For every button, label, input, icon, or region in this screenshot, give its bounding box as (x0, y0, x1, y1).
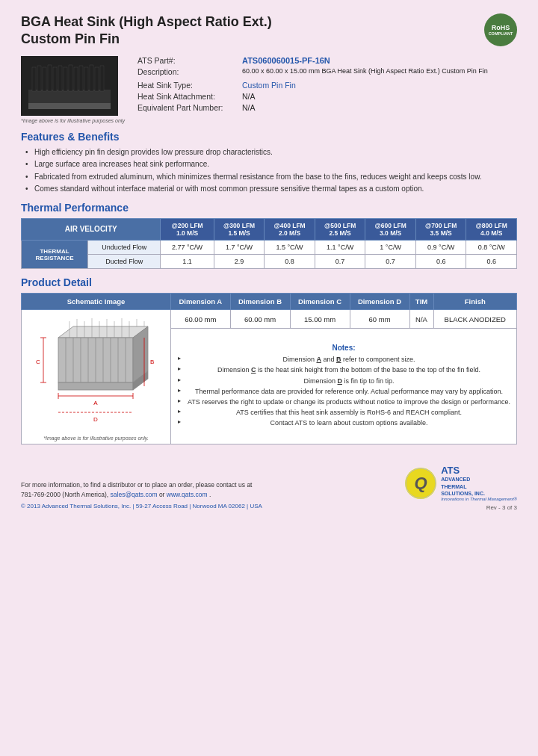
footer-line1: For more information, to find a distribu… (21, 480, 262, 490)
finish-value: BLACK ANODIZED (433, 310, 516, 329)
lfm-col-6: @700 LFM 3.5 M/S (415, 218, 466, 240)
part-number-value: ATS060060015-PF-16N (242, 56, 330, 65)
lfm-col-7: @800 LFM 4.0 M/S (466, 218, 517, 240)
part-number-row: ATS Part#: ATS060060015-PF-16N (137, 56, 517, 65)
schematic-header: Schematic Image (22, 294, 171, 310)
ats-brand: ATS (441, 465, 517, 476)
tim-header: TIM (409, 294, 433, 310)
ats-sub2: THERMAL (441, 483, 517, 490)
description-row: Description: 60.00 x 60.00 x 15.00 mm BG… (137, 67, 517, 76)
svg-rect-14 (100, 66, 104, 91)
ats-logo: Q ATS ADVANCED THERMAL SOLUTIONS, INC. I… (405, 465, 517, 501)
svg-rect-5 (53, 67, 57, 91)
svg-rect-13 (95, 67, 99, 91)
svg-rect-2 (37, 66, 41, 91)
page-title: BGA Heat Sink (High Aspect Ratio Ext.) C… (21, 13, 272, 49)
product-image-area: *Image above is for illustrative purpose… (21, 56, 126, 123)
dim-c-header: Dimension C (290, 294, 350, 310)
unducted-val-5: 1 °C/W (365, 241, 416, 255)
notes-list: Dimension A and B refer to component siz… (175, 355, 513, 427)
features-list: High efficiency pin fin design provides … (21, 147, 517, 194)
note-5: ATS reserves the right to update or chan… (178, 397, 513, 406)
footer-email[interactable]: sales@qats.com (111, 491, 158, 498)
thermal-performance-table: AIR VELOCITY @200 LFM 1.0 M/S @300 LFM 1… (21, 218, 517, 269)
rohs-compliant: COMPLIANT (489, 31, 513, 36)
svg-rect-6 (58, 66, 62, 91)
equivalent-part-row: Equivalent Part Number: N/A (137, 103, 517, 112)
dim-a-value: 60.00 mm (171, 310, 231, 329)
feature-item-2: Large surface area increases heat sink p… (25, 159, 517, 170)
ats-sub1: ADVANCED (441, 476, 517, 483)
note-3: Dimension D is fin tip to fin tip. (178, 377, 513, 385)
svg-rect-3 (43, 67, 46, 91)
lfm-col-3: @400 LFM 2.0 M/S (265, 218, 315, 240)
product-detail-table: Schematic Image Dimension A Dimension B … (21, 293, 517, 444)
rohs-text: RoHS (492, 24, 510, 31)
ducted-val-6: 0.6 (415, 255, 466, 269)
notes-cell: Notes: Dimension A and B refer to compon… (171, 329, 517, 444)
note-7: Contact ATS to learn about custom option… (178, 418, 513, 427)
schematic-caption: *Image above is for illustrative purpose… (25, 436, 167, 441)
lfm-col-4: @500 LFM 2.5 M/S (315, 218, 365, 240)
note-1: Dimension A and B refer to component siz… (178, 355, 513, 364)
heat-sink-type-row: Heat Sink Type: Custom Pin Fin (137, 81, 517, 90)
svg-rect-4 (48, 65, 52, 91)
thermal-resistance-label: THERMAL RESISTANCE (22, 241, 88, 269)
dim-b-header: Dimension B (230, 294, 290, 310)
svg-text:Q: Q (415, 474, 427, 492)
unducted-val-1: 2.77 °C/W (161, 241, 214, 255)
footer-website[interactable]: www.qats.com (167, 491, 208, 498)
svg-rect-11 (84, 67, 88, 91)
footer-line2: 781-769-2000 (North America), sales@qats… (21, 490, 262, 500)
lfm-col-2: @300 LFM 1.5 M/S (214, 218, 265, 240)
dim-d-header: Dimension D (350, 294, 409, 310)
dim-c-value: 15.00 mm (290, 310, 350, 329)
svg-text:B: B (150, 359, 154, 365)
unducted-flow-row: THERMAL RESISTANCE Unducted Flow 2.77 °C… (22, 241, 517, 255)
dim-a-header: Dimension A (171, 294, 231, 310)
ats-logo-q: Q (405, 468, 436, 499)
heat-sink-attachment-row: Heat Sink Attachment: N/A (137, 92, 517, 101)
page-footer: For more information, to find a distribu… (21, 459, 517, 511)
footer-or: or (159, 491, 167, 498)
lfm-col-1: @200 LFM 1.0 M/S (161, 218, 214, 240)
feature-item-4: Comes standard without interface materia… (25, 184, 517, 194)
product-image-box (21, 56, 118, 116)
feature-item-3: Fabricated from extruded aluminum, which… (25, 172, 517, 182)
page-header: BGA Heat Sink (High Aspect Ratio Ext.) C… (21, 13, 517, 49)
footer-contact: For more information, to find a distribu… (21, 480, 262, 511)
lfm-col-5: @600 LFM 3.0 M/S (365, 218, 416, 240)
ducted-flow-row: Ducted Flow 1.1 2.9 0.8 0.7 0.7 0.6 0.6 (22, 255, 517, 269)
schematic-image-box: A B C D (25, 313, 167, 433)
svg-rect-1 (32, 67, 36, 91)
note-4: Thermal performance data are provided fo… (178, 387, 513, 396)
feature-item-1: High efficiency pin fin design provides … (25, 147, 517, 158)
heat-sink-type-label: Heat Sink Type: (137, 81, 242, 90)
footer-copyright: © 2013 Advanced Thermal Solutions, Inc. … (21, 502, 262, 511)
schematic-svg: A B C D (28, 315, 163, 431)
dim-d-value: 60 mm (350, 310, 409, 329)
heat-sink-attachment-value: N/A (242, 92, 256, 101)
svg-text:A: A (93, 400, 98, 406)
thermal-performance-title: Thermal Performance (21, 202, 517, 214)
note-6: ATS certifies that this heat sink assemb… (178, 408, 513, 417)
unducted-val-4: 1.1 °C/W (315, 241, 365, 255)
page: BGA Heat Sink (High Aspect Ratio Ext.) C… (0, 0, 538, 756)
ducted-flow-label: Ducted Flow (88, 255, 161, 269)
page-number: Rev - 3 of 3 (486, 504, 517, 511)
dimensions-row: A B C D (22, 310, 517, 329)
svg-rect-8 (69, 65, 72, 91)
footer-phone: 781-769-2000 (North America), (21, 491, 108, 498)
note-2: Dimension C is the heat sink height from… (178, 365, 513, 374)
ducted-val-2: 2.9 (214, 255, 265, 269)
ducted-val-5: 0.7 (365, 255, 416, 269)
heatsink-image-svg (25, 60, 114, 112)
ats-logo-text-block: ATS ADVANCED THERMAL SOLUTIONS, INC. Inn… (441, 465, 517, 501)
unducted-val-7: 0.8 °C/W (466, 241, 517, 255)
svg-rect-12 (90, 65, 93, 91)
product-info-section: *Image above is for illustrative purpose… (21, 56, 517, 123)
unducted-val-2: 1.7 °C/W (214, 241, 265, 255)
ducted-val-7: 0.6 (466, 255, 517, 269)
description-label: Description: (137, 67, 242, 76)
finish-header: Finish (433, 294, 516, 310)
